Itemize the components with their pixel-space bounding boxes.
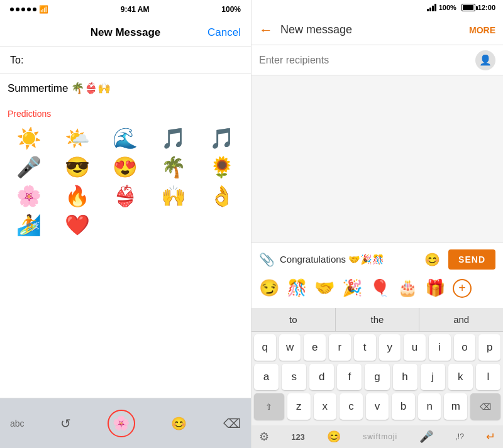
key-delete[interactable]: ⌫ — [470, 393, 500, 420]
key-t[interactable]: t — [354, 334, 376, 361]
key-i[interactable]: i — [429, 334, 451, 361]
android-emoji-confetti[interactable]: 🎊 — [287, 278, 307, 298]
emoji-sunflower[interactable]: 🌻 — [200, 155, 243, 179]
key-x[interactable]: x — [314, 393, 337, 420]
emoji-music1[interactable]: 🎵 — [152, 126, 196, 150]
ios-blobmoji-btn[interactable]: 🌸 — [108, 410, 135, 437]
android-keys: q w e r t y u i o p a s d f g h j k — [252, 332, 503, 425]
android-enter-icon[interactable]: ↵ — [486, 430, 495, 444]
key-v[interactable]: v — [366, 393, 389, 420]
android-add-emoji-button[interactable]: + — [453, 279, 472, 298]
android-battery-pct: 100% — [439, 4, 456, 11]
emoji-sun[interactable]: ☀️ — [8, 126, 51, 150]
emoji-bikini[interactable]: 👙 — [104, 184, 147, 208]
android-emoji-balloon[interactable]: 🎈 — [370, 278, 390, 298]
key-z[interactable]: z — [287, 393, 311, 420]
emoji-sun2[interactable]: 🌤️ — [56, 126, 99, 150]
emoji-wave[interactable]: 🌊 — [104, 126, 147, 150]
emoji-love[interactable]: 😍 — [104, 155, 147, 179]
android-contact-icon[interactable]: 👤 — [475, 50, 495, 70]
ios-predictions-label: Predictions — [8, 106, 243, 121]
dot4 — [27, 8, 31, 11]
emoji-hands[interactable]: 🙌 — [152, 184, 196, 208]
android-send-button[interactable]: SEND — [448, 249, 495, 270]
dot5 — [33, 8, 36, 11]
ios-status-left: 📶 — [10, 5, 48, 14]
android-emoji-smirk[interactable]: 😏 — [259, 278, 279, 298]
key-p[interactable]: p — [478, 334, 500, 361]
key-s[interactable]: s — [282, 364, 306, 390]
ios-message-area[interactable]: Summertime 🌴👙🙌 Predictions ☀️ 🌤️ 🌊 🎵 🎵 🎤… — [0, 74, 251, 398]
key-w[interactable]: w — [279, 334, 301, 361]
android-more-button[interactable]: MORE — [469, 25, 495, 35]
battery-fill — [463, 5, 473, 10]
key-l[interactable]: l — [476, 364, 500, 390]
android-time: 12:00 — [478, 4, 495, 11]
android-pred-the[interactable]: the — [336, 308, 420, 331]
ios-emoji-grid: ☀️ 🌤️ 🌊 🎵 🎵 🎤 😎 😍 🌴 🌻 🌸 🔥 👙 🙌 👌 🏄 ❤️ — [8, 121, 243, 242]
android-emoji-handshake[interactable]: 🤝 — [314, 278, 334, 298]
android-bottom-emoji-icon[interactable]: 😊 — [327, 430, 341, 444]
android-microphone-icon[interactable]: 🎤 — [419, 430, 433, 444]
emoji-mic[interactable]: 🎤 — [8, 155, 51, 179]
android-emoji-gift[interactable]: 🎁 — [425, 278, 445, 298]
ios-blobmoji-emoji: 🌸 — [113, 415, 130, 432]
signal-bars — [427, 4, 436, 11]
key-f[interactable]: f — [337, 364, 362, 390]
key-c[interactable]: c — [340, 393, 363, 420]
emoji-music2[interactable]: 🎵 — [200, 126, 243, 150]
dot2 — [16, 8, 19, 11]
android-emoji-row: 😏 🎊 🤝 🎉 🎈 🎂 🎁 + — [259, 276, 495, 303]
android-message-body[interactable] — [252, 75, 503, 243]
key-g[interactable]: g — [365, 364, 389, 390]
android-predictions-row: to the and — [252, 308, 503, 332]
ios-emoji-icon[interactable]: 😊 — [171, 416, 187, 431]
key-y[interactable]: y — [379, 334, 401, 361]
emoji-fire[interactable]: 🔥 — [56, 184, 99, 208]
ios-history-icon[interactable]: ↺ — [60, 416, 71, 431]
ios-nav-title: New Message — [91, 26, 161, 39]
emoji-flower[interactable]: 🌸 — [8, 184, 51, 208]
emoji-cool[interactable]: 😎 — [56, 155, 99, 179]
key-q[interactable]: q — [254, 334, 276, 361]
ios-kb-abc: abc — [10, 418, 25, 429]
android-emoji-party[interactable]: 🎉 — [342, 278, 362, 298]
key-e[interactable]: e — [304, 334, 326, 361]
android-punctuation-label[interactable]: ,!? — [456, 432, 464, 441]
ios-keyboard-bottom: abc ↺ 🌸 😊 ⌫ — [0, 398, 251, 448]
android-pred-and[interactable]: and — [419, 308, 503, 331]
key-h[interactable]: h — [393, 364, 417, 390]
key-o[interactable]: o — [454, 334, 476, 361]
ios-message-text: Summertime 🌴👙🙌 — [8, 82, 243, 95]
key-r[interactable]: r — [329, 334, 351, 361]
key-d[interactable]: d — [309, 364, 334, 390]
ios-cancel-button[interactable]: Cancel — [207, 26, 241, 39]
key-b[interactable]: b — [392, 393, 415, 420]
android-attach-icon[interactable]: 📎 — [259, 252, 275, 267]
ios-time: 9:41 AM — [121, 5, 150, 14]
android-compose-bar: 📎 Congratulations 🤝🎉🎊 😊 SEND 😏 🎊 🤝 🎉 🎈 🎂… — [252, 243, 503, 308]
emoji-palm[interactable]: 🌴 — [152, 155, 196, 179]
android-emoji-cake[interactable]: 🎂 — [397, 278, 417, 298]
android-back-button[interactable]: ← — [259, 22, 273, 38]
android-emoji-button[interactable]: 😊 — [421, 248, 443, 271]
android-pred-to[interactable]: to — [252, 308, 336, 331]
emoji-surf[interactable]: 🏄 — [8, 213, 51, 237]
key-m[interactable]: m — [444, 393, 467, 420]
emoji-ok[interactable]: 👌 — [200, 184, 243, 208]
android-settings-icon[interactable]: ⚙ — [259, 430, 269, 444]
key-n[interactable]: n — [418, 393, 441, 420]
key-a[interactable]: a — [254, 364, 279, 390]
emoji-heart[interactable]: ❤️ — [56, 213, 99, 237]
ios-delete-icon[interactable]: ⌫ — [223, 416, 241, 431]
key-j[interactable]: j — [421, 364, 445, 390]
key-shift[interactable]: ⇧ — [254, 393, 284, 420]
ios-status-bar: 📶 9:41 AM 100% — [0, 0, 251, 19]
key-u[interactable]: u — [404, 334, 426, 361]
android-recipients-input[interactable] — [259, 55, 470, 66]
key-k[interactable]: k — [448, 364, 473, 390]
android-compose-text: Congratulations 🤝🎉🎊 — [280, 254, 416, 265]
android-numbers-label[interactable]: 123 — [291, 432, 305, 442]
android-battery-icon — [462, 4, 475, 11]
bar3 — [432, 6, 434, 11]
